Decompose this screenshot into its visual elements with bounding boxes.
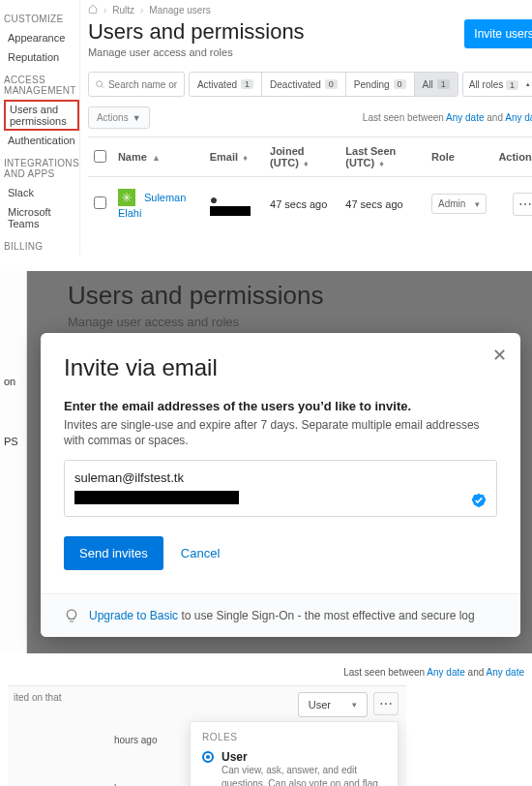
col-email[interactable]: Email ♦	[204, 137, 264, 177]
modal-headline: Enter the email addresses of the users y…	[64, 399, 497, 413]
bg-left-strip: on PS	[0, 271, 27, 653]
settings-sidebar: CUSTOMIZE Appearance Reputation ACCESS M…	[0, 0, 79, 256]
sidebar-item-reputation[interactable]: Reputation	[4, 47, 79, 67]
breadcrumb-page: Manage users	[149, 5, 210, 15]
last-seen-range-2: Last seen between Any date and Any date	[0, 667, 524, 678]
select-all-checkbox[interactable]	[94, 150, 106, 163]
table-row: Suleman Elahi ● 47 secs ago 47 secs ago …	[88, 177, 532, 231]
sort-icon: ♦	[304, 159, 309, 168]
sort-icon: ♦	[243, 153, 248, 163]
sidebar-item-authentication[interactable]: Authentication	[4, 131, 79, 150]
sidebar-section-access: ACCESS MANAGEMENT	[4, 75, 79, 96]
sidebar-section-integrations: INTEGRATIONS AND APPS	[4, 158, 79, 179]
last-seen-from[interactable]: Any date	[446, 112, 484, 123]
close-icon[interactable]: ✕	[492, 345, 507, 366]
last-seen-range: Last seen between Any date and Any date	[363, 112, 532, 123]
row-actions-button[interactable]: ⋯	[513, 193, 532, 216]
upsell-banner: Upgrade to Basic to use Single Sign-On -…	[41, 593, 520, 637]
last-seen-to-2[interactable]: Any date	[487, 667, 524, 678]
page-subtitle: Manage user access and roles	[88, 46, 305, 58]
redacted-email	[74, 491, 239, 504]
lightbulb-icon	[64, 608, 79, 623]
breadcrumb: › Rultz › Manage users	[88, 4, 532, 15]
bullet-icon: ●	[210, 192, 218, 207]
cell-email: ●	[204, 177, 264, 231]
cancel-button[interactable]: Cancel	[181, 546, 220, 560]
sidebar-item-appearance[interactable]: Appearance	[4, 28, 79, 47]
col-joined[interactable]: Joined (UTC) ♦	[264, 137, 340, 177]
col-name[interactable]: Name ▲	[112, 137, 204, 177]
cell-joined: 47 secs ago	[264, 177, 340, 231]
tiny-label: ited on that	[14, 692, 61, 703]
bg-header: Users and permissions Manage user access…	[68, 281, 323, 329]
chevron-down-icon: ▾	[475, 199, 480, 209]
emails-input[interactable]: suleman@ilfstest.tk	[64, 460, 497, 517]
sort-asc-icon: ▲	[152, 153, 161, 163]
roles-popover-head: ROLES	[202, 732, 386, 742]
role-popover-context: ited on that hours ago hours ago User ▾ …	[8, 685, 406, 786]
role-option-user[interactable]: User Can view, ask, answer, and edit que…	[202, 750, 386, 786]
breadcrumb-org[interactable]: Rultz	[112, 5, 134, 15]
invite-users-button[interactable]: Invite users	[464, 19, 532, 48]
sidebar-item-slack[interactable]: Slack	[4, 183, 79, 202]
col-actions: Actions	[492, 137, 532, 177]
search-icon	[95, 78, 104, 90]
sidebar-section-billing: BILLING	[4, 241, 79, 252]
roles-popover: ROLES User Can view, ask, answer, and ed…	[190, 721, 399, 786]
sort-icon: ▲▼	[525, 82, 532, 87]
redacted-email	[210, 206, 251, 216]
invite-modal: ✕ Invite via email Enter the email addre…	[41, 333, 520, 637]
col-role: Role	[426, 137, 492, 177]
svg-point-0	[97, 81, 103, 87]
sidebar-section-customize: CUSTOMIZE	[4, 14, 79, 24]
last-seen-to[interactable]: Any date	[505, 112, 532, 123]
radio-icon	[202, 751, 214, 763]
roles-filter-dropdown[interactable]: All roles 1 ▲▼	[462, 72, 532, 97]
chevron-right-icon: ›	[103, 5, 106, 15]
valid-check-icon	[471, 493, 487, 508]
role-dropdown-trigger[interactable]: User ▾	[298, 692, 368, 717]
cell-lastseen: 47 secs ago	[340, 177, 426, 231]
upgrade-link[interactable]: Upgrade to Basic	[89, 609, 178, 622]
col-lastseen[interactable]: Last Seen (UTC) ♦	[340, 137, 426, 177]
chevron-down-icon: ▾	[352, 700, 357, 710]
filter-all[interactable]: All1	[415, 73, 458, 96]
email-chip: suleman@ilfstest.tk	[74, 470, 487, 485]
svg-line-1	[102, 86, 103, 88]
search-input-wrap[interactable]	[88, 72, 185, 97]
row-actions-button[interactable]: ⋯	[373, 692, 399, 715]
modal-backdrop: on PS Users and permissions Manage user …	[0, 271, 532, 653]
main-panel: › Rultz › Manage users Users and permiss…	[79, 0, 532, 256]
send-invites-button[interactable]: Send invites	[64, 536, 163, 570]
filter-deactivated[interactable]: Deactivated0	[262, 73, 346, 96]
home-icon[interactable]	[88, 4, 98, 15]
row-role-dropdown[interactable]: Admin ▾	[431, 194, 487, 214]
last-seen-from-2[interactable]: Any date	[427, 667, 464, 678]
sidebar-item-msteams[interactable]: Microsoft Teams	[4, 202, 79, 233]
filter-pending[interactable]: Pending0	[346, 73, 415, 96]
users-table: Name ▲ Email ♦ Joined (UTC) ♦ Last Seen …	[88, 136, 532, 230]
search-input[interactable]	[108, 79, 178, 90]
row-checkbox[interactable]	[94, 196, 106, 209]
status-filter: Activated1 Deactivated0 Pending0 All1	[189, 72, 458, 97]
avatar	[118, 189, 135, 206]
time-ago: hours ago	[114, 735, 157, 745]
sort-icon: ♦	[379, 159, 384, 168]
page-title: Users and permissions	[88, 19, 305, 45]
chevron-right-icon: ›	[140, 5, 143, 15]
modal-description: Invites are single-use and expire after …	[64, 417, 497, 448]
filter-activated[interactable]: Activated1	[190, 73, 262, 96]
chevron-down-icon: ▼	[133, 113, 141, 123]
sidebar-item-users-permissions[interactable]: Users and permissions	[4, 100, 79, 131]
bulk-actions-button[interactable]: Actions ▼	[88, 106, 150, 129]
modal-title: Invite via email	[64, 354, 497, 381]
